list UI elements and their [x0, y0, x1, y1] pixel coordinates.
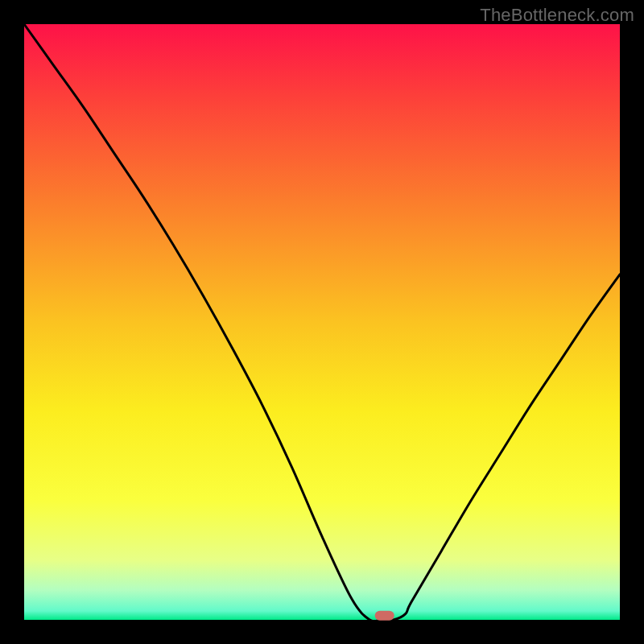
bottleneck-chart: TheBottleneck.com [0, 0, 644, 644]
optimal-marker [375, 611, 394, 621]
watermark-text: TheBottleneck.com [480, 5, 634, 26]
chart-svg [0, 0, 644, 644]
plot-area [24, 24, 620, 620]
